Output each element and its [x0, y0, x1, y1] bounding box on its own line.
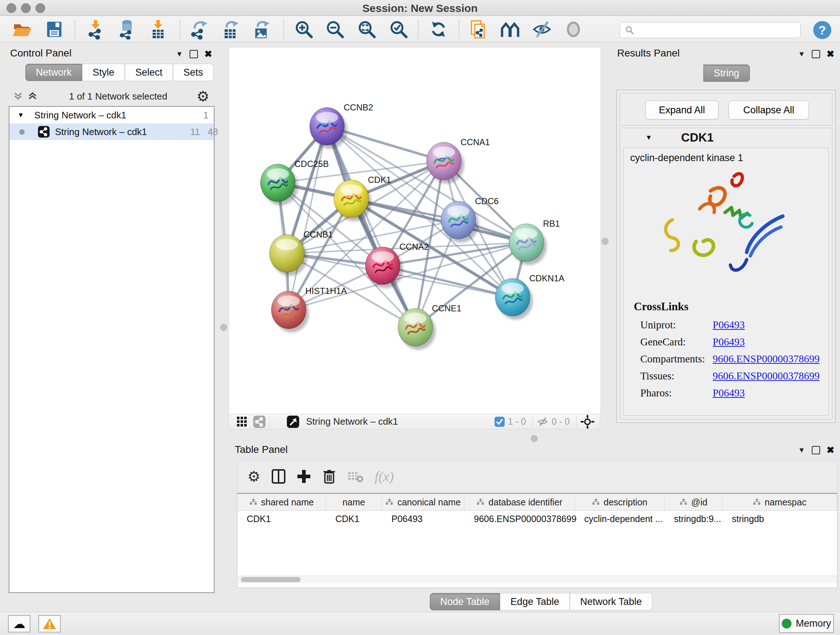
network-options-gear-icon[interactable]: ⚙ [196, 89, 210, 103]
bottom-splitter-handle[interactable] [531, 435, 538, 442]
column-header-namespac[interactable]: namespac [722, 494, 837, 510]
cell-canonical-name[interactable]: P06493 [382, 511, 464, 527]
memory-button[interactable]: Memory [779, 614, 834, 633]
expand-all-button[interactable]: Expand All [645, 101, 718, 119]
import-table-file-button[interactable] [147, 18, 170, 41]
panel-collapse-icon[interactable]: ▼ [176, 50, 183, 58]
collapse-all-icon[interactable] [13, 91, 25, 102]
create-column-plus-icon[interactable] [297, 469, 311, 485]
tab-network[interactable]: Network [25, 64, 82, 81]
help-button[interactable]: ? [813, 21, 831, 39]
node-CCNE1[interactable]: CCNE1 [398, 303, 461, 350]
hidden-counts: 0 - 0 [552, 416, 570, 427]
table-horizontal-scrollbar[interactable] [237, 576, 837, 583]
cell-description[interactable]: cyclin-dependent ... [575, 511, 665, 527]
column-header-description[interactable]: description [575, 494, 665, 510]
right-splitter-handle[interactable] [602, 238, 608, 245]
network-row[interactable]: String Network – cdk1 11 48 [9, 124, 214, 140]
collapse-all-button[interactable]: Collapse All [729, 101, 809, 119]
tab-sets[interactable]: Sets [173, 64, 213, 81]
tab-network-table[interactable]: Network Table [570, 593, 653, 610]
node-CDKN1A[interactable]: CDKN1A [495, 273, 564, 320]
duplicate-network-button[interactable] [467, 18, 490, 41]
hidden-eye-slash-icon[interactable] [537, 416, 549, 427]
zoom-fit-button[interactable] [355, 18, 378, 41]
node-CDC25B[interactable]: CDC25B [261, 159, 329, 205]
zoom-selected-button[interactable] [387, 18, 410, 41]
column-header-database-identifier[interactable]: database identifier [464, 494, 575, 510]
node-CCNB2[interactable]: CCNB2 [309, 103, 373, 149]
left-splitter-handle[interactable] [220, 324, 227, 331]
protein-section-header[interactable]: ▼ CDK1 [620, 128, 832, 147]
panel-close-icon[interactable]: ✖ [827, 445, 835, 456]
node-table[interactable]: shared namenamecanonical namedatabase id… [237, 493, 837, 588]
show-columns-icon[interactable] [271, 469, 286, 485]
column-header-shared-name[interactable]: shared name [237, 494, 326, 510]
export-network-button[interactable] [187, 18, 210, 41]
panel-float-icon[interactable] [812, 446, 820, 454]
column-header-@id[interactable]: @id [665, 494, 722, 510]
panel-close-icon[interactable]: ✖ [204, 49, 212, 60]
column-header-name[interactable]: name [326, 494, 382, 510]
panel-collapse-icon[interactable]: ▼ [798, 446, 805, 454]
birdseye-grid-icon[interactable] [236, 416, 248, 428]
cell-namespac[interactable]: stringdb [722, 511, 837, 527]
cell-@id[interactable]: stringdb:9... [665, 511, 722, 527]
crosslink-label: Pharos: [640, 387, 713, 399]
cell-shared-name[interactable]: CDK1 [237, 511, 326, 527]
string-style-icon[interactable] [253, 415, 266, 428]
table-row[interactable]: CDK1CDK1P064939606.ENSP00000378699cyclin… [237, 511, 837, 527]
tree-expand-icon[interactable]: ▼ [17, 111, 24, 119]
network-canvas[interactable]: CCNB2CCNA1CDC25BCDK1CDC6RB1CCNB1CCNA2CDK… [229, 47, 601, 415]
first-neighbors-button[interactable] [499, 18, 522, 41]
selected-checkbox-icon[interactable] [494, 416, 505, 427]
delete-column-trash-icon[interactable] [322, 469, 336, 485]
export-table-button[interactable] [218, 18, 242, 41]
network-collection-row[interactable]: ▼ String Network – cdk1 1 [9, 107, 214, 124]
tab-style[interactable]: Style [82, 64, 125, 81]
tab-node-table[interactable]: Node Table [430, 593, 500, 610]
node-CCNA1[interactable]: CCNA1 [426, 137, 490, 184]
annotation-mode-icon[interactable] [286, 415, 300, 428]
panel-close-icon[interactable]: ✖ [827, 49, 835, 60]
session-search-field[interactable] [620, 22, 801, 38]
zoom-out-button[interactable] [324, 18, 347, 41]
node-CCNB1[interactable]: CCNB1 [270, 230, 333, 276]
save-session-button[interactable] [43, 18, 66, 41]
panel-collapse-icon[interactable]: ▼ [798, 50, 805, 58]
search-input[interactable] [635, 24, 788, 36]
crosslink-link[interactable]: P06493 [713, 336, 745, 348]
node-CDC6[interactable]: CDC6 [441, 196, 499, 242]
cell-database-identifier[interactable]: 9606.ENSP00000378699 [464, 511, 575, 527]
open-session-button[interactable] [10, 18, 33, 41]
tab-edge-table[interactable]: Edge Table [500, 593, 570, 610]
expand-all-icon[interactable] [27, 91, 40, 102]
tab-string[interactable]: String [703, 65, 750, 82]
cell-name[interactable]: CDK1 [326, 511, 382, 527]
hide-selection-button[interactable] [531, 18, 554, 41]
show-graphics-details-button[interactable] [562, 18, 585, 41]
table-options-gear-icon[interactable]: ⚙ [248, 469, 261, 484]
panel-float-icon[interactable] [189, 50, 198, 58]
tab-select[interactable]: Select [125, 64, 173, 81]
fit-selected-crosshair-icon[interactable] [580, 415, 595, 429]
node-HIST1H1A[interactable]: HIST1H1A [271, 286, 347, 333]
cloud-status-button[interactable]: ☁ [8, 615, 30, 632]
apply-layout-button[interactable] [427, 18, 450, 41]
crosslink-link[interactable]: P06493 [713, 387, 745, 399]
scrollbar-thumb[interactable] [241, 577, 301, 582]
edge-CCNB2-CCNE1[interactable] [327, 126, 415, 327]
import-network-database-button[interactable] [115, 18, 138, 41]
crosslink-link[interactable]: P06493 [713, 319, 745, 331]
crosslink-link[interactable]: 9606.ENSP00000378699 [713, 353, 820, 365]
column-header-canonical-name[interactable]: canonical name [382, 494, 464, 510]
panel-float-icon[interactable] [812, 50, 820, 58]
node-RB1[interactable]: RB1 [509, 219, 560, 265]
warnings-button[interactable] [38, 615, 61, 632]
export-image-button[interactable] [249, 18, 273, 41]
zoom-in-button[interactable] [292, 18, 316, 41]
network-graph[interactable]: CCNB2CCNA1CDC25BCDK1CDC6RB1CCNB1CCNA2CDK… [229, 48, 600, 414]
crosslink-link[interactable]: 9606.ENSP00000378699 [713, 370, 820, 382]
import-network-file-button[interactable] [84, 18, 107, 41]
section-collapse-icon[interactable]: ▼ [645, 134, 652, 141]
